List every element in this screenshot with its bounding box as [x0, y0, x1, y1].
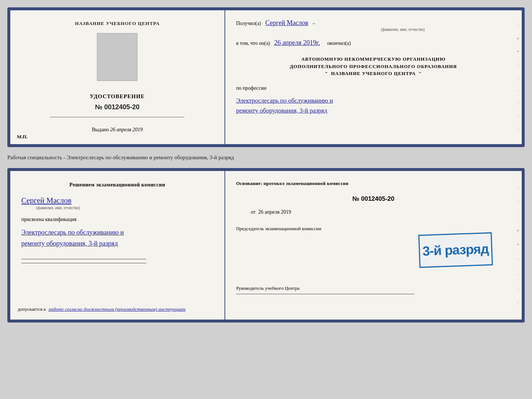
side-mark-b8: – [516, 288, 520, 289]
org-block: АВТОНОМНУЮ НЕКОММЕРЧЕСКУЮ ОРГАНИЗАЦИЮ ДО… [236, 56, 511, 77]
komissia-fio-caption: (фамилия, имя, отчество) [21, 206, 95, 210]
line-separator [50, 117, 184, 117]
vydano-prefix: Выдано [92, 127, 109, 132]
side-mark-3: а [516, 50, 520, 52]
vtom-date: 26 апреля 2019г. [274, 39, 320, 46]
vtom-prefix: в том, что он(а) [236, 40, 270, 46]
udost-number: № 0012405-20 [95, 103, 140, 111]
vydano-line: Выдано 26 апреля 2019 [92, 127, 143, 133]
profession-handwritten-block: Электрослесарь по обслуживанию и ремонту… [236, 96, 511, 115]
certificate-card-bottom: Решением экзаменационной комиссии Сергей… [7, 168, 525, 323]
komissia-title: Решением экзаменационной комиссии [21, 181, 213, 189]
vydano-date: 26 апреля 2019 [110, 127, 143, 132]
side-mark-b5: а [516, 243, 520, 245]
side-mark-1: – [516, 25, 520, 26]
poluchil-name: Сергей Маслов [265, 19, 308, 26]
qual-line1: Электрослесарь по обслуживанию и [21, 227, 213, 238]
dopusk-prefix: допускается к [18, 306, 46, 312]
poluchil-prefix: Получил(а) [236, 21, 261, 26]
sig-line-2 [21, 263, 146, 263]
profession-line1: Электрослесарь по обслуживанию и [236, 96, 511, 106]
ruk-block: Руководитель учебного Центра [236, 267, 511, 294]
dopusk-text: работе согласно должностным (производств… [48, 306, 185, 312]
page-wrapper: НАЗВАНИЕ УЧЕБНОГО ЦЕНТРА УДОСТОВЕРЕНИЕ №… [7, 7, 525, 323]
dopuskaetsya-block: допускается к работе согласно должностны… [18, 306, 217, 312]
org-quote-close: " [419, 71, 422, 76]
prisvoena-label: присвоена квалификация [21, 217, 213, 222]
stamp-box: 3-й разряд [418, 232, 493, 268]
po-professii-row: по профессии [236, 85, 511, 91]
komissia-name-block: Сергей Маслов (фамилия, имя, отчество) [21, 194, 213, 210]
ot-date-row: от 26 апреля 2019 [236, 209, 511, 215]
sig-line-1 [21, 259, 146, 259]
bottom-left-panel: Решением экзаменационной комиссии Сергей… [10, 171, 225, 320]
photo-placeholder [97, 33, 137, 81]
signature-lines-block [21, 257, 213, 263]
bottom-right-panel: Основание: протокол экзаменационной коми… [225, 171, 522, 320]
side-mark-b1: – [516, 187, 520, 189]
side-mark-9: – [516, 128, 520, 129]
side-mark-b9: – [516, 302, 520, 303]
ot-date-value: 26 апреля 2019 [258, 209, 291, 215]
org-quote-open: " [325, 71, 328, 76]
side-mark-b6: ← [516, 257, 520, 261]
qual-line2: ремонту оборудования, 3-й разряд [21, 238, 213, 249]
org-line1: АВТОНОМНУЮ НЕКОММЕРЧЕСКУЮ ОРГАНИЗАЦИЮ [236, 56, 511, 63]
poluchil-row: Получил(а) Сергей Маслов – (фамилия, имя… [236, 19, 511, 32]
side-marks-right-bottom: – – – и а ← – – – [516, 171, 520, 320]
org-line2: ДОПОЛНИТЕЛЬНОГО ПРОФЕССИОНАЛЬНОГО ОБРАЗО… [236, 63, 511, 70]
komissia-name: Сергей Маслов [21, 196, 213, 205]
certificate-card-top: НАЗВАНИЕ УЧЕБНОГО ЦЕНТРА УДОСТОВЕРЕНИЕ №… [7, 7, 525, 147]
ot-label: от [251, 209, 256, 215]
side-mark-2: и [516, 38, 520, 39]
vtom-row: в том, что он(а) 26 апреля 2019г. окончи… [236, 39, 511, 47]
cert-right-panel: Получил(а) Сергей Маслов – (фамилия, имя… [225, 10, 522, 144]
side-mark-6: – [516, 90, 520, 92]
org-name: НАЗВАНИЕ УЧЕБНОГО ЦЕНТРА [331, 71, 416, 76]
stamp-text: 3-й разряд [422, 241, 489, 259]
udost-label: УДОСТОВЕРЕНИЕ [90, 93, 145, 100]
school-name-top-left: НАЗВАНИЕ УЧЕБНОГО ЦЕНТРА [75, 21, 160, 26]
side-mark-b4: и [516, 229, 520, 231]
qual-block: Электрослесарь по обслуживанию и ремонту… [21, 227, 213, 249]
side-mark-7: – [516, 103, 520, 104]
between-label: Рабочая специальность - Электрослесарь п… [7, 153, 525, 162]
fio-caption: (фамилия, имя, отчество) [295, 28, 511, 32]
ruk-sig-line [236, 294, 415, 294]
side-mark-b3: – [516, 215, 520, 217]
predsedatel-label: Председатель экзаменационной комиссии [236, 225, 511, 232]
profession-line2: ремонту оборудования, 3-й разряд [236, 106, 511, 115]
po-professii-label: по профессии [236, 85, 267, 91]
vtom-suffix: окончил(а) [327, 40, 351, 46]
side-mark-4: ← [516, 63, 520, 66]
side-mark-5: – [516, 77, 520, 79]
osnov-text: Основание: протокол экзаменационной коми… [236, 180, 511, 187]
proto-number: № 0012405-20 [236, 195, 511, 203]
org-line3: " НАЗВАНИЕ УЧЕБНОГО ЦЕНТРА " [236, 70, 511, 77]
side-marks-right: – и а ← – – – – – [516, 10, 520, 144]
ruk-label: Руководитель учебного Центра [236, 285, 511, 292]
side-mark-8: – [516, 115, 520, 117]
cert-left-panel: НАЗВАНИЕ УЧЕБНОГО ЦЕНТРА УДОСТОВЕРЕНИЕ №… [10, 10, 225, 144]
side-mark-b7: – [516, 274, 520, 275]
mp-label: М.П. [17, 134, 28, 140]
side-mark-b2: – [516, 201, 520, 203]
